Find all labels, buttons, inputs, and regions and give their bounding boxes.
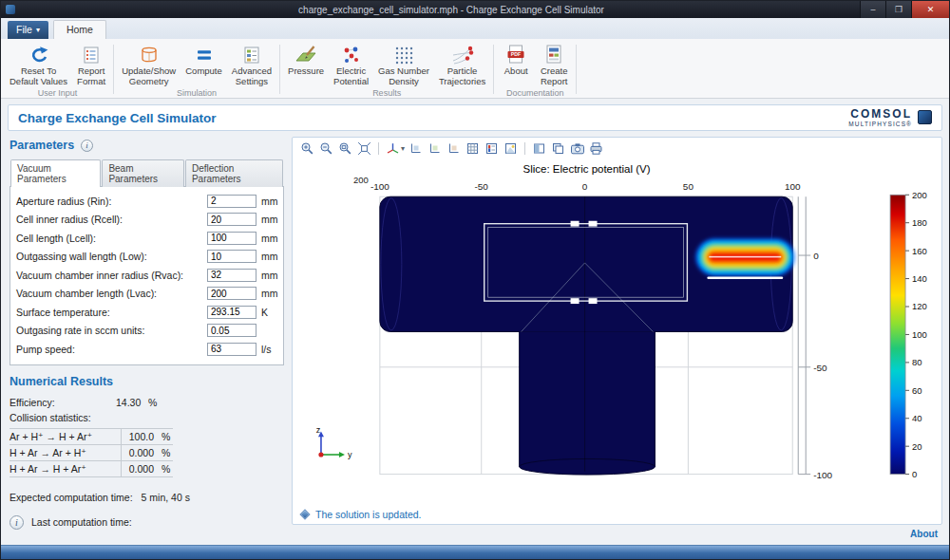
colorbar-tick: 180 xyxy=(912,217,927,228)
scene-settings-icon xyxy=(504,141,518,156)
efficiency-row: Efficiency: 14.30 % xyxy=(10,394,284,411)
colorbar-tick: 20 xyxy=(912,441,922,452)
reaction-unit: % xyxy=(157,445,173,460)
advanced-settings-button[interactable]: Advanced Settings xyxy=(227,41,276,87)
surface-temperature-field[interactable] xyxy=(207,306,256,319)
field-label: Cell length (Lcell): xyxy=(16,233,207,244)
vacuum-chamber-length-field[interactable] xyxy=(207,287,256,300)
info-icon[interactable]: i xyxy=(10,515,24,530)
graphics-toolbar: ▾ xyxy=(293,138,941,159)
content-area: Charge Exchange Cell Simulator COMSOL MU… xyxy=(1,99,949,545)
create-report-button[interactable]: Create Report xyxy=(535,41,573,87)
vacuum-parameters-form: Aperture radius (Rin): mm Cell inner rad… xyxy=(10,186,284,365)
tab-beam-parameters[interactable]: Beam Parameters xyxy=(102,159,184,187)
printer-icon xyxy=(589,141,603,156)
ribbon-group-user-input: Reset To Default Values Report Format Us… xyxy=(5,41,110,98)
button-label: Update/Show Geometry xyxy=(122,66,176,87)
maximize-button[interactable]: ❐ xyxy=(885,1,911,18)
field-label: Vacuum chamber inner radius (Rvac): xyxy=(16,270,207,281)
particle-trajectories-button[interactable]: Particle Trajectories xyxy=(434,41,490,87)
update-show-geometry-button[interactable]: Update/Show Geometry xyxy=(117,41,180,87)
colorbar-tick: 100 xyxy=(912,329,927,340)
chevron-down-icon: ▾ xyxy=(36,26,40,34)
button-label: About xyxy=(504,66,528,77)
comsol-logo-icon xyxy=(918,110,932,124)
button-label: Pressure xyxy=(288,66,324,77)
particle-trajectories-icon xyxy=(451,43,474,66)
y-axis-ruler xyxy=(798,196,810,474)
close-button[interactable]: ✕ xyxy=(911,1,949,18)
go-to-xy-view-button[interactable] xyxy=(407,140,425,157)
zoom-in-icon xyxy=(300,141,314,156)
field-unit: mm xyxy=(256,196,277,207)
field-unit: mm xyxy=(256,251,277,262)
tab-deflection-parameters[interactable]: Deflection Parameters xyxy=(185,159,283,187)
geometry-icon xyxy=(139,43,160,66)
page-title: Charge Exchange Cell Simulator xyxy=(18,111,217,125)
efficiency-unit: % xyxy=(148,397,157,408)
colorbar-tick: 160 xyxy=(912,246,927,256)
reaction-value: 0.000 xyxy=(121,445,157,460)
tab-vacuum-parameters[interactable]: Vacuum Parameters xyxy=(10,159,101,187)
gas-density-icon xyxy=(393,43,414,66)
split-view-button[interactable] xyxy=(530,140,548,157)
x-tick-label: 0 xyxy=(582,181,588,192)
ribbon-divider xyxy=(279,45,280,94)
compute-button[interactable]: Compute xyxy=(180,41,227,77)
snapshot-button[interactable] xyxy=(568,140,586,157)
minimize-button[interactable]: – xyxy=(860,1,885,18)
tab-home[interactable]: Home xyxy=(53,20,106,39)
zoom-to-selection-button[interactable] xyxy=(336,140,354,157)
chevron-down-icon[interactable]: ▾ xyxy=(401,144,405,153)
zoom-out-icon xyxy=(319,141,333,156)
parameters-info-button[interactable]: i xyxy=(81,140,93,152)
field-label: Vacuum chamber length (Lvac): xyxy=(16,288,207,299)
table-row: H + Ar → H + Ar⁺ 0.000 % xyxy=(10,461,173,477)
report-format-button[interactable]: Report Format xyxy=(72,41,110,87)
window-controls: – ❐ ✕ xyxy=(860,1,949,18)
cell-length-field[interactable] xyxy=(207,232,256,245)
view-orientation-button[interactable] xyxy=(384,140,402,157)
show-grid-button[interactable] xyxy=(464,140,482,157)
show-legend-button[interactable] xyxy=(483,140,501,157)
y-tick-label: -100 xyxy=(813,470,832,480)
reaction-unit: % xyxy=(157,461,173,476)
vacuum-chamber-inner-radius-field[interactable] xyxy=(207,269,256,282)
zoom-to-selection-icon xyxy=(338,141,352,156)
field-row: Cell length (Lcell): mm xyxy=(16,229,277,248)
outgasing-rate-field[interactable] xyxy=(207,324,256,337)
go-to-yz-view-button[interactable] xyxy=(426,140,444,157)
aperture-radius-field[interactable] xyxy=(207,195,256,208)
zoom-out-button[interactable] xyxy=(317,140,335,157)
pump-speed-field[interactable] xyxy=(207,343,256,356)
copy-image-button[interactable] xyxy=(549,140,567,157)
reaction-equation: H + Ar → H + Ar⁺ xyxy=(10,461,121,476)
show-legend-icon xyxy=(484,141,499,156)
reset-to-default-values-button[interactable]: Reset To Default Values xyxy=(5,41,72,87)
pressure-button[interactable]: Pressure xyxy=(283,41,329,77)
ribbon: Reset To Default Values Report Format Us… xyxy=(1,39,949,99)
electric-potential-button[interactable]: Electric Potential xyxy=(329,41,373,87)
numerical-results-heading: Numerical Results xyxy=(10,375,284,388)
scene-settings-button[interactable] xyxy=(502,140,520,157)
button-label: Electric Potential xyxy=(333,66,369,87)
cell-inner-radius-field[interactable] xyxy=(207,213,256,226)
colorbar-tick: 40 xyxy=(912,413,922,423)
file-menu-button[interactable]: File ▾ xyxy=(8,21,48,39)
button-label: Compute xyxy=(185,66,222,77)
zoom-extents-button[interactable] xyxy=(355,140,373,157)
zoom-in-button[interactable] xyxy=(298,140,316,157)
coordinate-triad: z y xyxy=(316,426,352,460)
print-button[interactable] xyxy=(587,140,605,157)
outgassing-wall-length-field[interactable] xyxy=(207,250,256,263)
colorbar-tick: 200 xyxy=(912,190,927,200)
collision-statistics-label: Collision statistics: xyxy=(10,412,284,423)
about-link[interactable]: About xyxy=(910,529,938,539)
go-to-zx-view-button[interactable] xyxy=(445,140,463,157)
reset-icon xyxy=(28,43,49,66)
graphics-canvas[interactable]: Slice: Electric potential (V) xyxy=(293,159,941,505)
gas-number-density-button[interactable]: Gas Number Density xyxy=(373,41,434,87)
advanced-settings-icon xyxy=(242,43,261,66)
pump-port xyxy=(520,332,656,467)
about-button[interactable]: PDF About xyxy=(497,41,535,77)
